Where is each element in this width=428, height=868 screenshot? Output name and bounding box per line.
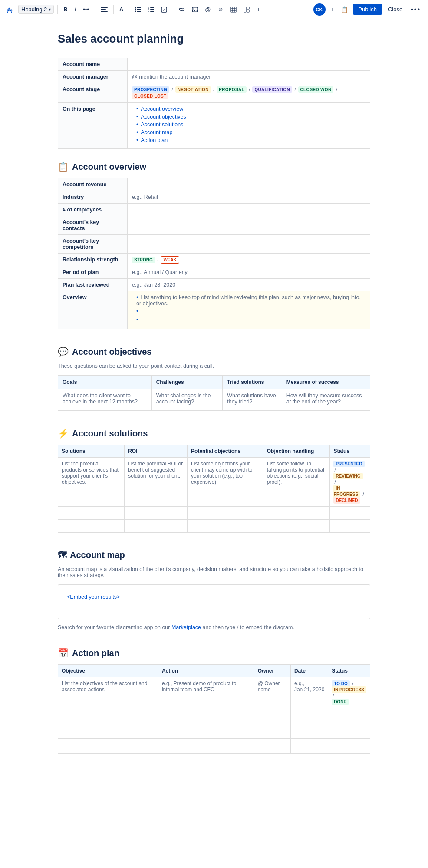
more-format-button[interactable]: ••• [81,4,91,14]
stage-badge-qualification[interactable]: QUALIFICATION [252,86,292,93]
cell-empty[interactable] [158,739,254,754]
cell-empty[interactable] [58,708,158,723]
cell-roi[interactable]: List the potential ROI or benefit of sug… [125,458,188,507]
table-button[interactable] [228,5,239,14]
cell-empty[interactable] [188,507,263,520]
cell-empty[interactable] [290,708,328,723]
value-account-stage[interactable]: PROSPECTING / NEGOTIATION / PROPOSAL / Q… [128,83,370,103]
template-button[interactable]: 📋 [339,4,350,15]
value-key-contacts[interactable] [128,216,370,235]
cell-empty[interactable] [328,723,370,739]
cell-empty[interactable] [58,739,158,754]
cell-empty[interactable] [254,723,290,739]
embed-box[interactable]: <Embed your results> [58,584,370,619]
align-button[interactable] [99,5,110,14]
value-account-manager[interactable]: @ mention the account manager [128,71,370,83]
value-employees[interactable] [128,204,370,216]
cell-tried[interactable]: What solutions have they tried? [223,389,282,411]
publish-button[interactable]: Publish [353,4,382,15]
add-collaborator-button[interactable]: + [328,4,336,15]
value-last-reviewed[interactable]: e.g., Jan 28, 2020 [128,279,370,291]
cell-measures[interactable]: How will they measure success at the end… [282,389,370,411]
cell-empty[interactable] [290,739,328,754]
cell-status-solutions[interactable]: PRESENTED / REVIEWING / IN PROGRESS / DE… [330,458,370,507]
cell-objective[interactable]: List the objectives of the account and a… [58,677,158,708]
bold-button[interactable]: B [61,4,69,14]
unordered-list-button[interactable] [133,5,143,14]
value-industry[interactable]: e.g., Retail [128,191,370,204]
stage-badge-closed-lost[interactable]: CLOSED LOST [132,93,168,99]
cell-action[interactable]: e.g., Present demo of product to interna… [158,677,254,708]
cell-empty[interactable] [58,507,125,520]
cell-empty[interactable] [330,520,370,533]
cell-solutions[interactable]: List the potential products or services … [58,458,125,507]
image-button[interactable] [190,5,200,14]
badge-presented[interactable]: PRESENTED [333,461,364,467]
cell-challenges[interactable]: What challenges is the account facing? [151,389,223,411]
value-relationship[interactable]: STRONG / WEAK [128,254,370,266]
list-item [136,308,365,315]
checklist-button[interactable] [159,5,169,14]
badge-strong[interactable]: STRONG [132,257,155,263]
badge-inprogress-action[interactable]: IN PROGRESS [332,686,366,693]
badge-weak[interactable]: WEAK [161,256,179,264]
value-account-name[interactable] [128,58,370,71]
avatar[interactable]: CK [313,3,326,16]
emoji-button[interactable]: ☺ [216,4,226,14]
value-period[interactable]: e.g., Annual / Quarterly [128,266,370,279]
badge-todo[interactable]: TO DO [332,680,349,687]
value-revenue[interactable] [128,178,370,191]
label-account-stage: Account stage [58,83,128,103]
cell-empty[interactable] [58,520,125,533]
link-account-solutions[interactable]: Account solutions [141,122,183,128]
link-account-objectives[interactable]: Account objectives [141,114,186,120]
marketplace-link[interactable]: Marketplace [171,624,201,630]
col-roi: ROI [125,445,188,458]
text-color-button[interactable]: A [117,4,125,14]
cell-empty[interactable] [158,708,254,723]
italic-button[interactable]: I [72,4,79,14]
cell-status-action[interactable]: TO DO / IN PROGRESS / DONE [328,677,370,708]
cell-empty[interactable] [330,507,370,520]
more-options-button[interactable]: ••• [408,4,423,15]
cell-date[interactable]: e.g.,Jan 21, 2020 [290,677,328,708]
cell-empty[interactable] [254,739,290,754]
cell-goals[interactable]: What does the client want to achieve in … [58,389,152,411]
cell-objections[interactable]: List some objections your client may com… [188,458,263,507]
link-account-map[interactable]: Account map [141,129,172,135]
cell-empty[interactable] [125,507,188,520]
value-key-competitors[interactable] [128,235,370,254]
cell-empty[interactable] [290,723,328,739]
cell-empty[interactable] [188,520,263,533]
mention-button[interactable]: @ [203,4,213,14]
ordered-list-button[interactable]: 1.2.3. [146,5,156,14]
cell-empty[interactable] [158,723,254,739]
stage-badge-prospecting[interactable]: PROSPECTING [132,86,169,93]
cell-empty[interactable] [254,708,290,723]
cell-empty[interactable] [328,708,370,723]
logo-icon[interactable] [5,5,14,14]
badge-done[interactable]: DONE [332,699,349,705]
badge-reviewing[interactable]: REVIEWING [333,473,362,479]
layout-button[interactable] [241,5,252,14]
badge-declined[interactable]: DECLINED [333,497,360,504]
cell-empty[interactable] [328,739,370,754]
badge-inprogress[interactable]: IN PROGRESS [333,485,360,498]
cell-empty[interactable] [263,520,330,533]
stage-badge-negotiation[interactable]: NEGOTIATION [175,86,211,93]
cell-handling[interactable]: List some follow up talking points to po… [263,458,330,507]
heading-selector[interactable]: Heading 2 ▾ [18,5,54,14]
more-insert-button[interactable]: + [254,4,263,15]
close-button[interactable]: Close [385,4,406,15]
cell-owner[interactable]: @ Owner name [254,677,290,708]
value-overview[interactable]: List anything to keep top of mind while … [128,291,370,329]
cell-empty[interactable] [263,507,330,520]
cell-empty[interactable] [125,520,188,533]
link-account-overview[interactable]: Account overview [141,106,183,112]
embed-link[interactable]: <Embed your results> [67,594,120,600]
link-action-plan[interactable]: Action plan [141,137,168,143]
link-button[interactable] [177,5,187,14]
stage-badge-closed-won[interactable]: CLOSED WON [298,86,334,93]
cell-empty[interactable] [58,723,158,739]
stage-badge-proposal[interactable]: PROPOSAL [217,86,247,93]
